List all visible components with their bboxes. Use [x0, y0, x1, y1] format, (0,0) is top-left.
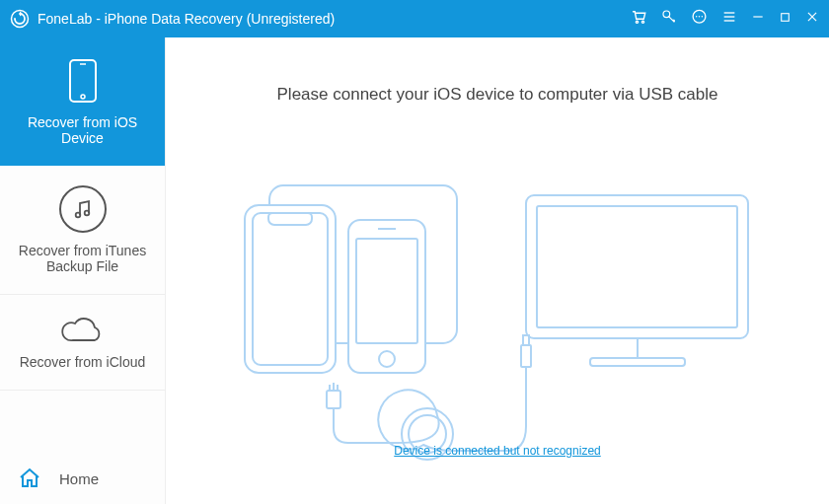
feedback-icon[interactable] — [691, 9, 708, 30]
sidebar-item-recover-ios[interactable]: Recover from iOS Device — [0, 37, 165, 166]
cart-icon[interactable] — [630, 8, 647, 30]
svg-rect-22 — [245, 205, 336, 373]
connect-illustration — [225, 166, 770, 462]
svg-rect-29 — [537, 206, 737, 327]
sidebar-item-home[interactable]: Home — [0, 453, 165, 504]
close-icon[interactable] — [805, 10, 819, 28]
svg-rect-31 — [590, 358, 685, 366]
svg-point-8 — [702, 16, 703, 17]
svg-rect-28 — [526, 195, 748, 338]
svg-rect-13 — [782, 14, 790, 22]
svg-rect-38 — [521, 345, 531, 367]
svg-point-17 — [81, 95, 85, 99]
device-not-recognized-link[interactable]: Device is connected but not recognized — [394, 444, 600, 458]
instruction-text: Please connect your iOS device to comput… — [166, 85, 829, 105]
menu-icon[interactable] — [721, 9, 737, 29]
not-recognized-row: Device is connected but not recognized — [166, 441, 829, 459]
itunes-icon — [59, 185, 107, 233]
svg-point-3 — [641, 21, 643, 23]
sidebar-item-recover-icloud[interactable]: Recover from iCloud — [0, 295, 165, 391]
sidebar-item-label: Home — [59, 470, 99, 487]
svg-rect-32 — [327, 391, 340, 408]
svg-point-7 — [699, 16, 700, 17]
titlebar-controls — [630, 8, 819, 30]
app-window: FoneLab - iPhone Data Recovery (Unregist… — [0, 0, 829, 504]
maximize-icon[interactable] — [779, 10, 791, 28]
key-icon[interactable] — [661, 9, 677, 29]
cloud-icon — [59, 315, 107, 344]
window-title: FoneLab - iPhone Data Recovery (Unregist… — [38, 11, 630, 27]
minimize-icon[interactable] — [751, 10, 765, 28]
svg-marker-1 — [20, 12, 23, 17]
home-icon — [18, 467, 41, 490]
sidebar-item-label: Recover from iCloud — [20, 354, 146, 370]
app-logo-icon — [10, 9, 30, 29]
svg-point-6 — [696, 16, 697, 17]
svg-point-20 — [84, 211, 89, 216]
svg-rect-24 — [348, 220, 425, 373]
main-content: Please connect your iOS device to comput… — [166, 37, 829, 504]
sidebar-item-label: Recover from iOS Device — [10, 114, 155, 146]
svg-point-2 — [636, 21, 638, 23]
svg-rect-39 — [523, 335, 529, 345]
sidebar: Recover from iOS Device Recover from iTu… — [0, 37, 166, 504]
titlebar: FoneLab - iPhone Data Recovery (Unregist… — [0, 0, 829, 37]
sidebar-item-recover-itunes[interactable]: Recover from iTunes Backup File — [0, 166, 165, 295]
sidebar-item-label: Recover from iTunes Backup File — [10, 243, 155, 274]
phone-icon — [59, 57, 107, 105]
svg-point-19 — [75, 213, 80, 218]
